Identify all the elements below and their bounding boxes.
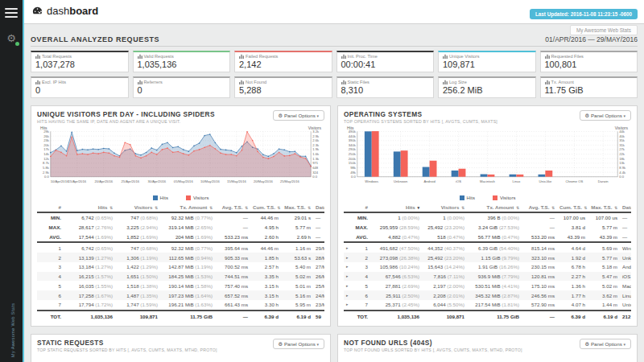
svg-text:Windows: Windows [365,179,378,183]
total-row: TOT.1,035,136109,87111.75 GiB—6.39 d6.19… [344,311,631,321]
table-row[interactable]: ▸725,371 (2.45%)6,044 (5.50%)217.54 MiB … [344,300,631,311]
sort-icon: ⇅ [614,206,617,210]
table-row: 313,184 (1.27%)1,422 (1.29%)142.87 MiB (… [37,262,324,272]
expand-caret-icon[interactable]: ▸ [346,264,349,269]
column-header[interactable]: Avg. T.S. ⇅ [522,203,557,212]
aggregate-row: MIN.6,742 (0.65%)747 (0.68%)92.32 MiB (0… [37,212,324,223]
overview-header: OVERALL ANALYZED REQUESTS 01/APR/2016 — … [31,23,638,47]
legend-swatch-icon [493,195,497,200]
chart-icon [239,54,244,59]
chart-icon [341,54,346,59]
svg-text:49k: 49k [350,171,357,175]
svg-text:648: 648 [312,166,319,170]
stat-label: Not Found [239,80,328,84]
stat-label: Failed Requests [239,54,328,59]
date-range: 01/APR/2016 — 29/MAY/2016 [545,35,638,43]
sort-icon: ⇅ [584,206,588,210]
table-row[interactable]: ▸1491,682 (47.50%)44,352 (40.37%)6.39 Gi… [344,242,631,253]
stat-value: 5,288 [239,85,328,95]
svg-text:31k: 31k [619,143,625,147]
column-header[interactable]: Hits ⇅ [64,203,115,212]
column-header[interactable]: Tx. Amount ⇅ [467,203,522,212]
svg-text:Macintosh: Macintosh [480,179,496,183]
column-header[interactable]: # [37,203,64,212]
left-axis-label: Hits [347,125,354,130]
sort-icon: ⇅ [308,206,311,210]
svg-text:250k: 250k [349,152,357,156]
panel-options-button[interactable]: ⚙ Panel Options ▾ [580,339,631,349]
column-header[interactable]: Cum. T.S. ⇅ [557,203,588,212]
stat-label: Total Requests [35,54,124,59]
stat-label: Valid Requests [138,54,226,59]
svg-text:0.0: 0.0 [44,175,49,179]
svg-text:2.9k: 2.9k [312,134,320,138]
svg-text:20/May/2016: 20/May/2016 [254,179,274,183]
svg-text:200k: 200k [349,157,357,161]
table-row: 617,258 (1.67%)1,487 (1.35%)197.23 MiB (… [37,290,324,300]
stat-card: Valid Requests1,035,136 [133,51,231,72]
svg-text:Darwin: Darwin [598,179,609,183]
chart-icon [545,80,550,84]
table-row[interactable]: ▸527,881 (2.69%)2,197 (2.00%)530.51 MiB … [344,281,631,290]
expand-caret-icon[interactable]: ▸ [346,302,349,306]
svg-text:Unknown: Unknown [394,179,408,183]
column-header[interactable]: # [344,203,370,212]
column-header[interactable]: Data ▾ [313,203,324,212]
column-header[interactable]: Tx. Amount ⇅ [160,203,215,212]
expand-caret-icon[interactable]: ▸ [346,274,349,278]
sort-icon: ⇅ [278,206,281,210]
aggregate-row: MAX.295,959 (28.59%)25,492 (23.20%)3.24 … [344,223,631,232]
stat-card: Tx. Amount11.75 GiB [540,76,638,98]
table-row: 16,742 (0.65%)747 (0.68%)92.32 MiB (0.77… [37,242,324,253]
svg-text:18k: 18k [619,157,625,161]
main-panels: UNIQUE VISITORS PER DAY - INCLUDING SPID… [31,105,638,327]
stat-label: Static Files [341,80,430,84]
os-chart: Hits Visitors 490k44k440k40k390k35k340k3… [344,127,631,195]
sort-icon: ⇅ [109,206,113,210]
stat-card: Excl. IP Hits0 [31,76,129,98]
stat-card: Not Found5,288 [234,76,332,98]
svg-text:2.6k: 2.6k [312,138,320,142]
svg-text:25/May/2016: 25/May/2016 [280,179,300,183]
column-header[interactable]: Data ⇅ [620,203,631,212]
svg-text:0.0: 0.0 [619,175,624,179]
panel-options-button[interactable]: ⚙ Panel Options ▾ [273,110,324,121]
menu-toggle-icon[interactable] [5,8,18,18]
svg-text:35k: 35k [619,138,625,142]
column-header[interactable]: Visitors ⇅ [115,203,160,212]
chart-icon [138,80,142,84]
expand-caret-icon[interactable]: ▸ [346,293,349,298]
chevron-down-icon: ▾ [316,342,319,347]
column-header[interactable]: Hits ▾ [370,203,422,212]
settings-gear-icon[interactable]: ⚙ [4,32,19,44]
table-row[interactable]: ▸3105,986 (10.24%)15,643 (14.24%)1.91 Gi… [344,262,631,272]
svg-text:20k: 20k [43,143,50,147]
column-header[interactable]: Max. T.S. ⇅ [588,203,620,212]
svg-text:5.8k: 5.8k [43,166,50,170]
column-header[interactable]: Cum. T.S. ⇅ [250,203,281,212]
expand-caret-icon[interactable]: ▸ [346,283,349,288]
svg-text:23k: 23k [43,138,50,142]
column-header[interactable]: Avg. T.S. ⇅ [215,203,250,212]
svg-text:1.3k: 1.3k [312,157,320,161]
panel-options-button[interactable]: ⚙ Panel Options ▾ [273,339,324,349]
table-row[interactable]: ▸625,911 (2.50%)2,208 (2.01%)345.32 MiB … [344,290,631,300]
table-row[interactable]: ▸467,546 (6.53%)7,816 (7.11%)936.9 MiB (… [344,272,631,282]
svg-text:Linux: Linux [513,179,522,183]
stat-label: Unique Visitors [443,54,531,59]
stat-value: 00:00:41 [341,60,430,69]
column-header[interactable]: Max. T.S. ⇅ [281,203,313,212]
svg-text:26k: 26k [43,134,50,138]
svg-text:390k: 390k [349,138,357,142]
table-row[interactable]: ▸2273,098 (26.38%)25,492 (23.20%)1.15 Gi… [344,253,631,262]
column-header[interactable]: Visitors ⇅ [422,203,467,212]
chart-icon [443,54,448,59]
svg-text:15/Apr/2016: 15/Apr/2016 [68,179,87,183]
expand-caret-icon[interactable]: ▸ [346,245,349,250]
expand-caret-icon[interactable]: ▸ [346,255,349,260]
chevron-down-icon: ▾ [316,113,319,118]
svg-text:98k: 98k [350,166,357,170]
panel-options-button[interactable]: ⚙ Panel Options ▾ [580,110,631,121]
stat-card: Total Requests1,037,278 [31,51,129,72]
sort-icon: ⇅ [551,206,555,210]
